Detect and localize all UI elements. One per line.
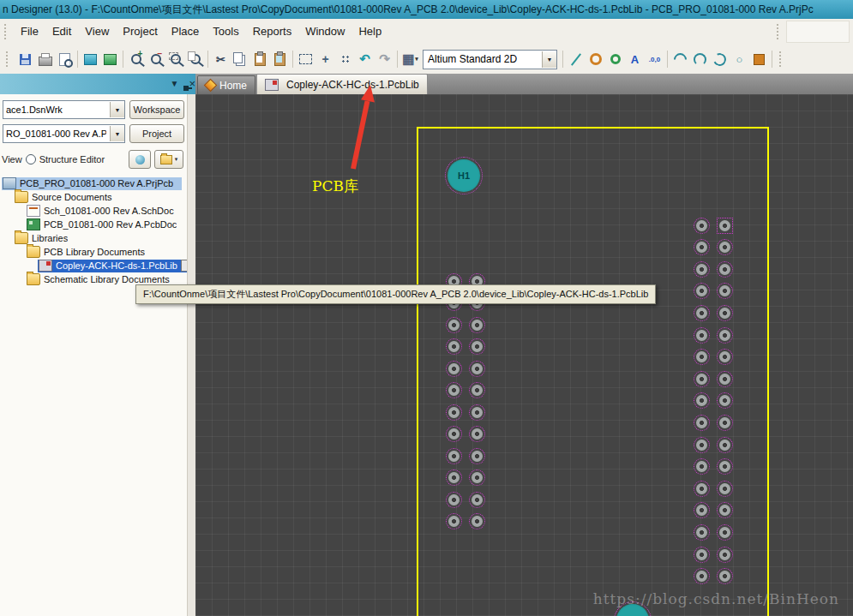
pad[interactable] [696, 330, 707, 341]
board-view-button[interactable] [100, 50, 120, 69]
pad[interactable] [719, 330, 730, 341]
print-button[interactable] [35, 50, 55, 69]
pad[interactable] [719, 264, 730, 275]
pad[interactable] [696, 549, 707, 560]
pad[interactable] [719, 461, 730, 472]
tree-item[interactable]: PCB_01081-000 Rev A.PcbDoc [0, 218, 187, 231]
structure-editor-radio[interactable] [26, 154, 36, 164]
tree-item[interactable]: Sch_01081-000 Rev A.SchDoc [0, 204, 187, 218]
move-button[interactable]: + [315, 50, 335, 69]
pad[interactable] [472, 494, 483, 505]
select-area-button[interactable] [296, 50, 315, 69]
pad[interactable] [719, 571, 730, 582]
pad[interactable] [719, 483, 730, 494]
pad[interactable] [696, 308, 707, 319]
place-dimension-button[interactable]: .0,0 [645, 50, 664, 69]
zoom-area-button[interactable] [165, 50, 185, 69]
pad[interactable] [696, 285, 707, 296]
pad[interactable] [696, 505, 707, 516]
menu-help[interactable]: Help [351, 20, 388, 44]
copy-button[interactable] [231, 50, 250, 69]
pad[interactable] [719, 374, 730, 385]
pad[interactable] [719, 220, 730, 231]
workspace-select[interactable]: ace1.DsnWrk ▼ [3, 100, 125, 119]
open-folder-button[interactable]: ▾ [154, 150, 183, 169]
mounting-pad[interactable]: H1 [448, 159, 480, 192]
pad[interactable] [696, 395, 707, 406]
pad[interactable] [448, 472, 460, 483]
tree-item[interactable]: PCB Library Documents [0, 245, 187, 259]
pad[interactable] [472, 320, 483, 331]
structure-editor-label[interactable]: Structure Editor [39, 154, 105, 164]
tab-home[interactable]: Home [197, 75, 255, 94]
pad[interactable] [719, 285, 730, 296]
navigator-button[interactable] [129, 150, 151, 169]
menu-project[interactable]: Project [116, 20, 164, 44]
tree-item[interactable]: Source Documents [0, 190, 187, 204]
pad[interactable] [696, 220, 707, 231]
pad[interactable] [719, 417, 730, 428]
project-button[interactable]: Project [129, 124, 184, 143]
paste-button[interactable] [250, 50, 270, 69]
pad[interactable] [696, 527, 707, 538]
paste-special-button[interactable] [270, 50, 290, 69]
pad[interactable] [696, 571, 707, 582]
pad[interactable] [448, 494, 460, 505]
fit-document-button[interactable] [185, 50, 205, 69]
pad[interactable] [696, 440, 707, 451]
menu-window[interactable]: Window [298, 20, 351, 44]
pad[interactable] [448, 341, 460, 352]
print-preview-button[interactable] [55, 50, 75, 69]
view-configuration-select[interactable]: Altium Standard 2D ▼ [423, 50, 557, 69]
place-fill-button[interactable] [749, 50, 769, 69]
tab-document[interactable]: Copley-ACK-HC-ds-1.PcbLib [256, 74, 428, 94]
toolbar-grip-icon[interactable] [4, 24, 9, 39]
tree-item[interactable]: PCB_PRO_01081-000 Rev A.PrjPcb [0, 176, 187, 190]
pad[interactable] [448, 451, 460, 462]
place-arc-center-button[interactable] [690, 50, 710, 69]
pad[interactable] [719, 527, 730, 538]
workspace-button[interactable]: Workspace [129, 100, 184, 119]
pad[interactable] [472, 472, 483, 483]
toolbar-grip-icon[interactable] [6, 51, 11, 67]
place-string-button[interactable]: A [625, 50, 645, 69]
menu-file[interactable]: File [14, 20, 45, 44]
pad[interactable] [696, 483, 707, 494]
undo-button[interactable]: ↶ [355, 50, 375, 69]
cut-button[interactable]: ✂ [211, 50, 231, 69]
pcb-editor-canvas[interactable]: H1 PCB库 https://blog.csdn.net/BinHeon [195, 94, 853, 616]
pad[interactable] [696, 417, 707, 428]
place-via-button[interactable] [605, 50, 625, 69]
pad[interactable] [448, 516, 460, 527]
menu-edit[interactable]: Edit [45, 20, 78, 44]
pad[interactable] [472, 407, 483, 418]
toolbar-grip-icon[interactable] [779, 51, 784, 67]
pad[interactable] [472, 451, 483, 462]
pad[interactable] [719, 242, 730, 253]
pad[interactable] [448, 320, 460, 331]
place-line-button[interactable] [566, 50, 586, 69]
document-options-button[interactable] [81, 50, 100, 69]
clear-filter-button[interactable] [335, 50, 355, 69]
pad[interactable] [696, 264, 707, 275]
pad[interactable] [472, 363, 483, 374]
snap-grid-button[interactable]: ▦▾ [400, 50, 420, 69]
title-bar[interactable]: n Designer (13.0) - F:\CountOnme\项目文件\La… [0, 0, 853, 19]
pad[interactable] [448, 407, 460, 418]
place-arc-edge-button[interactable] [670, 50, 690, 69]
zoom-out-button[interactable] [146, 50, 165, 69]
tree-item[interactable]: Libraries [0, 231, 187, 245]
pad[interactable] [472, 516, 483, 527]
pad[interactable] [719, 308, 730, 319]
menu-place[interactable]: Place [165, 20, 207, 44]
zoom-in-button[interactable] [126, 50, 146, 69]
pad[interactable] [719, 549, 730, 560]
pad[interactable] [696, 374, 707, 385]
project-select[interactable]: RO_01081-000 Rev A.PrjPcb ▼ [3, 124, 125, 143]
toolbar-grip-icon[interactable] [777, 24, 782, 39]
pad[interactable] [719, 351, 730, 362]
menu-reports[interactable]: Reports [246, 20, 299, 44]
place-arc-any-button[interactable] [710, 50, 730, 69]
pad[interactable] [696, 461, 707, 472]
pad[interactable] [472, 341, 483, 352]
